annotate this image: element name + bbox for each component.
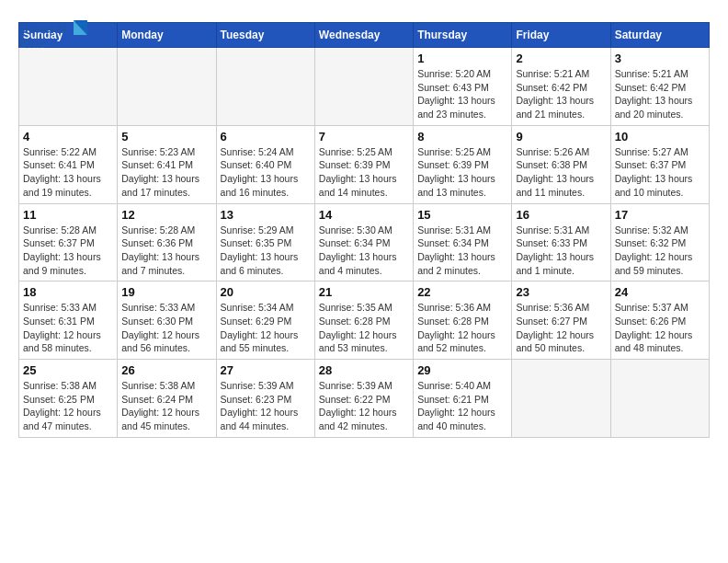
day-number: 20 [221, 285, 311, 299]
day-number: 16 [516, 208, 606, 222]
calendar-cell: 11Sunrise: 5:28 AM Sunset: 6:37 PM Dayli… [19, 203, 118, 282]
day-info: Sunrise: 5:32 AM Sunset: 6:32 PM Dayligh… [615, 224, 705, 278]
day-info: Sunrise: 5:30 AM Sunset: 6:34 PM Dayligh… [319, 224, 409, 278]
calendar-cell: 25Sunrise: 5:38 AM Sunset: 6:25 PM Dayli… [19, 360, 118, 438]
calendar-cell: 18Sunrise: 5:33 AM Sunset: 6:31 PM Dayli… [19, 282, 118, 360]
day-info: Sunrise: 5:39 AM Sunset: 6:22 PM Dayligh… [319, 379, 409, 433]
calendar-cell [118, 48, 216, 126]
day-number: 25 [23, 363, 113, 377]
weekday-header-row: SundayMondayTuesdayWednesdayThursdayFrid… [19, 23, 710, 48]
calendar-cell: 5Sunrise: 5:23 AM Sunset: 6:41 PM Daylig… [118, 125, 216, 203]
calendar-cell: 19Sunrise: 5:33 AM Sunset: 6:30 PM Dayli… [118, 282, 216, 360]
calendar-cell: 27Sunrise: 5:39 AM Sunset: 6:23 PM Dayli… [216, 360, 314, 438]
day-number: 2 [516, 52, 606, 65]
day-info: Sunrise: 5:24 AM Sunset: 6:40 PM Dayligh… [221, 145, 311, 200]
calendar-cell: 16Sunrise: 5:31 AM Sunset: 6:33 PM Dayli… [512, 203, 610, 282]
weekday-header-monday: Monday [118, 23, 216, 48]
day-number: 28 [319, 363, 409, 377]
weekday-header-friday: Friday [512, 23, 610, 48]
day-number: 4 [23, 130, 113, 144]
day-number: 13 [221, 208, 311, 222]
calendar-cell: 7Sunrise: 5:25 AM Sunset: 6:39 PM Daylig… [314, 125, 413, 203]
day-info: Sunrise: 5:23 AM Sunset: 6:41 PM Dayligh… [121, 145, 211, 200]
day-number: 19 [121, 285, 211, 299]
day-info: Sunrise: 5:39 AM Sunset: 6:23 PM Dayligh… [221, 379, 311, 433]
day-info: Sunrise: 5:33 AM Sunset: 6:30 PM Dayligh… [121, 301, 211, 355]
day-info: Sunrise: 5:33 AM Sunset: 6:31 PM Dayligh… [23, 301, 113, 355]
calendar-week-1: 1Sunrise: 5:20 AM Sunset: 6:43 PM Daylig… [19, 48, 710, 126]
day-number: 3 [615, 52, 705, 65]
day-info: Sunrise: 5:31 AM Sunset: 6:33 PM Dayligh… [516, 224, 606, 278]
calendar-cell [610, 360, 709, 438]
day-number: 9 [516, 130, 606, 144]
day-number: 21 [319, 285, 409, 299]
calendar-cell [19, 48, 118, 126]
day-number: 11 [23, 208, 113, 222]
calendar-cell: 24Sunrise: 5:37 AM Sunset: 6:26 PM Dayli… [610, 282, 709, 360]
day-number: 24 [615, 285, 705, 299]
calendar-cell [512, 360, 610, 438]
day-info: Sunrise: 5:26 AM Sunset: 6:38 PM Dayligh… [516, 145, 606, 200]
calendar-cell: 29Sunrise: 5:40 AM Sunset: 6:21 PM Dayli… [414, 360, 512, 438]
day-number: 15 [417, 208, 507, 222]
calendar-cell: 12Sunrise: 5:28 AM Sunset: 6:36 PM Dayli… [118, 203, 216, 282]
day-number: 17 [615, 208, 705, 222]
weekday-header-tuesday: Tuesday [216, 23, 314, 48]
calendar-cell [216, 48, 314, 126]
logo: GeneralBlue [18, 18, 92, 55]
calendar-cell: 20Sunrise: 5:34 AM Sunset: 6:29 PM Dayli… [216, 282, 314, 360]
day-number: 29 [417, 363, 507, 377]
calendar-cell: 26Sunrise: 5:38 AM Sunset: 6:24 PM Dayli… [118, 360, 216, 438]
day-number: 12 [121, 208, 211, 222]
day-info: Sunrise: 5:22 AM Sunset: 6:41 PM Dayligh… [23, 145, 113, 200]
calendar-week-2: 4Sunrise: 5:22 AM Sunset: 6:41 PM Daylig… [19, 125, 710, 203]
day-number: 5 [121, 130, 211, 144]
day-info: Sunrise: 5:34 AM Sunset: 6:29 PM Dayligh… [221, 301, 311, 355]
calendar-cell: 28Sunrise: 5:39 AM Sunset: 6:22 PM Dayli… [314, 360, 413, 438]
calendar-cell: 8Sunrise: 5:25 AM Sunset: 6:39 PM Daylig… [414, 125, 512, 203]
weekday-header-saturday: Saturday [610, 23, 709, 48]
day-number: 22 [417, 285, 507, 299]
day-info: Sunrise: 5:21 AM Sunset: 6:42 PM Dayligh… [615, 67, 705, 121]
day-info: Sunrise: 5:36 AM Sunset: 6:28 PM Dayligh… [417, 301, 507, 355]
calendar-cell [314, 48, 413, 126]
calendar-cell: 13Sunrise: 5:29 AM Sunset: 6:35 PM Dayli… [216, 203, 314, 282]
day-info: Sunrise: 5:25 AM Sunset: 6:39 PM Dayligh… [417, 145, 507, 200]
day-info: Sunrise: 5:21 AM Sunset: 6:42 PM Dayligh… [516, 67, 606, 121]
calendar-cell: 2Sunrise: 5:21 AM Sunset: 6:42 PM Daylig… [512, 48, 610, 126]
day-number: 14 [319, 208, 409, 222]
day-info: Sunrise: 5:29 AM Sunset: 6:35 PM Dayligh… [221, 224, 311, 278]
svg-text:General: General [18, 21, 66, 36]
day-number: 10 [615, 130, 705, 144]
calendar-cell: 9Sunrise: 5:26 AM Sunset: 6:38 PM Daylig… [512, 125, 610, 203]
day-info: Sunrise: 5:27 AM Sunset: 6:37 PM Dayligh… [615, 145, 705, 200]
day-info: Sunrise: 5:36 AM Sunset: 6:27 PM Dayligh… [516, 301, 606, 355]
day-info: Sunrise: 5:35 AM Sunset: 6:28 PM Dayligh… [319, 301, 409, 355]
day-info: Sunrise: 5:38 AM Sunset: 6:24 PM Dayligh… [121, 379, 211, 433]
day-number: 1 [417, 52, 507, 65]
day-info: Sunrise: 5:38 AM Sunset: 6:25 PM Dayligh… [23, 379, 113, 433]
calendar-week-5: 25Sunrise: 5:38 AM Sunset: 6:25 PM Dayli… [19, 360, 710, 438]
day-number: 18 [23, 285, 113, 299]
day-number: 27 [221, 363, 311, 377]
calendar-cell: 14Sunrise: 5:30 AM Sunset: 6:34 PM Dayli… [314, 203, 413, 282]
day-number: 6 [221, 130, 311, 144]
day-info: Sunrise: 5:25 AM Sunset: 6:39 PM Dayligh… [319, 145, 409, 200]
day-number: 23 [516, 285, 606, 299]
calendar-cell: 6Sunrise: 5:24 AM Sunset: 6:40 PM Daylig… [216, 125, 314, 203]
calendar-cell: 3Sunrise: 5:21 AM Sunset: 6:42 PM Daylig… [610, 48, 709, 126]
calendar-cell: 10Sunrise: 5:27 AM Sunset: 6:37 PM Dayli… [610, 125, 709, 203]
calendar-cell: 17Sunrise: 5:32 AM Sunset: 6:32 PM Dayli… [610, 203, 709, 282]
calendar-week-4: 18Sunrise: 5:33 AM Sunset: 6:31 PM Dayli… [19, 282, 710, 360]
calendar-cell: 23Sunrise: 5:36 AM Sunset: 6:27 PM Dayli… [512, 282, 610, 360]
day-info: Sunrise: 5:40 AM Sunset: 6:21 PM Dayligh… [417, 379, 507, 433]
day-info: Sunrise: 5:28 AM Sunset: 6:36 PM Dayligh… [121, 224, 211, 278]
calendar-table: SundayMondayTuesdayWednesdayThursdayFrid… [18, 22, 710, 438]
day-info: Sunrise: 5:37 AM Sunset: 6:26 PM Dayligh… [615, 301, 705, 355]
calendar-week-3: 11Sunrise: 5:28 AM Sunset: 6:37 PM Dayli… [19, 203, 710, 282]
calendar-cell: 21Sunrise: 5:35 AM Sunset: 6:28 PM Dayli… [314, 282, 413, 360]
day-number: 8 [417, 130, 507, 144]
calendar-cell: 15Sunrise: 5:31 AM Sunset: 6:34 PM Dayli… [414, 203, 512, 282]
day-number: 26 [121, 363, 211, 377]
day-info: Sunrise: 5:28 AM Sunset: 6:37 PM Dayligh… [23, 224, 113, 278]
